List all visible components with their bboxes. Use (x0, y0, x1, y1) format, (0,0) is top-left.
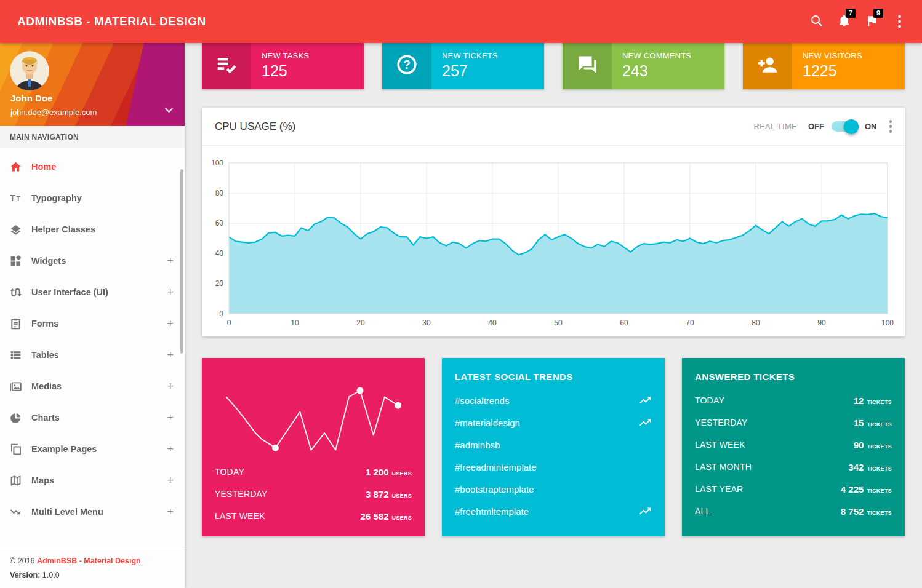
info-box-new-tasks[interactable]: NEW TASKS125 (202, 40, 364, 89)
svg-text:10: 10 (291, 319, 299, 327)
expand-plus-icon[interactable]: + (167, 506, 174, 518)
stat-unit: TICKETS (867, 399, 892, 405)
info-box-value: 1225 (803, 63, 905, 79)
stat-label: LAST MONTH (695, 462, 752, 472)
stat-value-group: 4 225TICKETS (841, 484, 892, 495)
notifications-badge: 7 (846, 9, 856, 18)
user-interface-icon (9, 286, 22, 299)
trend-row-materialdesign[interactable]: #materialdesign (455, 411, 652, 434)
sidebar-item-label: Multi Level Menu (31, 507, 103, 517)
ticket-stat-row: ALL8 752TICKETS (695, 500, 892, 522)
expand-plus-icon[interactable]: + (167, 380, 174, 393)
trending-up-icon (638, 416, 652, 429)
brand-link[interactable]: AdminBSB - Material Design (37, 557, 141, 565)
expand-plus-icon[interactable]: + (167, 317, 174, 330)
sidebar-item-widgets[interactable]: Widgets+ (0, 246, 185, 276)
sidebar-item-tables[interactable]: Tables+ (0, 340, 185, 370)
sidebar-menu: HomeTTTypographyHelper ClassesWidgets+Us… (0, 148, 185, 547)
toggle-knob[interactable] (844, 119, 859, 134)
trend-row-freeadmintemplate[interactable]: #freeadmintemplate (455, 456, 652, 478)
svg-text:40: 40 (488, 319, 497, 327)
stat-label: YESTERDAY (215, 489, 268, 499)
ticket-stat-row: TODAY12TICKETS (695, 389, 892, 411)
bottom-cards: TODAY1 200USERSYESTERDAY3 872USERSLAST W… (202, 358, 905, 548)
scrollbar-thumb[interactable] (180, 169, 183, 354)
svg-text:90: 90 (817, 319, 826, 327)
trend-row-socialtrends[interactable]: #socialtrends (455, 389, 652, 411)
expand-plus-icon[interactable]: + (167, 443, 174, 456)
stat-value: 3 872 (366, 489, 389, 499)
cpu-usage-chart: 0204060801000102030405060708090100 (202, 146, 904, 336)
trending-up-icon (638, 394, 652, 407)
trend-row-adminbsb[interactable]: #adminbsb (455, 434, 652, 456)
expand-plus-icon[interactable]: + (167, 255, 174, 268)
svg-text:?: ? (403, 58, 411, 71)
expand-plus-icon[interactable]: + (167, 286, 174, 299)
sidebar-item-typography[interactable]: TTTypography (0, 183, 185, 213)
main-content: DASHBOARD NEW TASKS125?NEW TICKETS257NEW… (185, 0, 922, 548)
stat-label: LAST YEAR (695, 484, 743, 494)
help-icon: ? (382, 40, 431, 89)
sidebar-item-home[interactable]: Home (0, 152, 185, 181)
user-menu-toggle[interactable] (160, 103, 177, 120)
svg-text:40: 40 (215, 249, 224, 258)
more-vert-icon (898, 15, 901, 28)
expand-plus-icon[interactable]: + (167, 349, 174, 362)
sidebar-footer: © 2016 AdminBSB - Material Design. Versi… (0, 547, 185, 588)
cpu-card-title: CPU USAGE (%) (215, 121, 295, 133)
notifications-button[interactable]: 7 (830, 7, 858, 36)
stat-value-group: 342TICKETS (848, 462, 892, 472)
sidebar-item-label: Typography (31, 193, 82, 203)
expand-plus-icon[interactable]: + (167, 411, 174, 424)
stat-value: 12 (854, 395, 864, 406)
svg-text:60: 60 (215, 219, 224, 228)
svg-text:70: 70 (686, 319, 694, 327)
sidebar-item-helper-classes[interactable]: Helper Classes (0, 215, 185, 244)
stat-label: TODAY (695, 395, 724, 405)
flags-button[interactable]: 9 (858, 7, 886, 36)
topbar-menu-button[interactable] (886, 7, 913, 36)
svg-text:0: 0 (227, 319, 231, 327)
sidebar-scrollbar[interactable] (180, 126, 183, 588)
stat-value: 8 752 (841, 506, 864, 517)
visitors-sparkline-chart (202, 369, 425, 460)
trend-list: #socialtrends#materialdesign#adminbsb#fr… (442, 389, 665, 522)
helper-classes-icon (9, 223, 22, 236)
flags-badge: 9 (873, 9, 883, 18)
info-box-new-tickets[interactable]: ?NEW TICKETS257 (382, 40, 544, 89)
sidebar-item-maps[interactable]: Maps+ (0, 466, 185, 495)
info-box-new-comments[interactable]: NEW COMMENTS243 (563, 40, 724, 89)
info-boxes: NEW TASKS125?NEW TICKETS257NEW COMMENTS2… (202, 40, 905, 89)
stat-value-group: 3 872USERS (366, 489, 412, 499)
search-icon (809, 14, 824, 30)
sidebar-item-charts[interactable]: Charts+ (0, 403, 185, 432)
svg-text:60: 60 (620, 319, 628, 327)
cpu-card-menu-icon[interactable] (889, 120, 892, 133)
info-box-new-visitors[interactable]: NEW VISITORS1225 (743, 40, 905, 89)
medias-icon (9, 380, 22, 393)
info-box-label: NEW TASKS (262, 51, 364, 60)
realtime-toggle[interactable] (832, 121, 857, 132)
ticket-stat-row: LAST WEEK90TICKETS (695, 434, 892, 456)
svg-text:T: T (10, 193, 15, 203)
person-add-icon (743, 40, 792, 89)
sidebar-item-medias[interactable]: Medias+ (0, 371, 185, 401)
sidebar-item-label: Forms (31, 319, 58, 328)
search-button[interactable] (803, 7, 830, 36)
ticket-stat-row: LAST MONTH342TICKETS (695, 456, 892, 478)
sidebar-item-multi-level-menu[interactable]: Multi Level Menu+ (0, 497, 185, 526)
hashtag-label: #adminbsb (455, 440, 500, 450)
stat-value: 26 582 (361, 511, 389, 522)
sidebar-item-forms[interactable]: Forms+ (0, 309, 185, 338)
sidebar-item-user-interface-ui[interactable]: User Interface (UI)+ (0, 277, 185, 307)
topbar: ADMINBSB - MATERIAL DESIGN 7 9 (0, 0, 922, 43)
trend-row-bootstraptemplate[interactable]: #bootstraptemplate (455, 478, 652, 500)
visitor-stat-row: LAST WEEK26 582USERS (215, 505, 412, 527)
trend-row-freehtmltemplate[interactable]: #freehtmltemplate (455, 500, 652, 522)
chevron-down-icon (163, 105, 175, 119)
cpu-card-header: CPU USAGE (%) REAL TIME OFF ON (202, 108, 905, 146)
sidebar-item-label: Medias (31, 381, 62, 391)
expand-plus-icon[interactable]: + (167, 474, 174, 487)
sidebar-item-example-pages[interactable]: Example Pages+ (0, 434, 185, 464)
version: Version: 1.0.0 (10, 571, 175, 579)
